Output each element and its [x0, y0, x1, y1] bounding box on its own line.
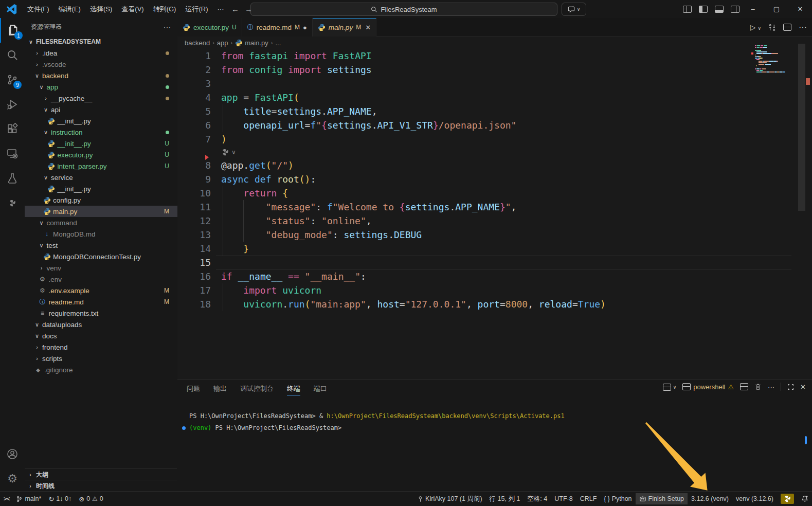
terminal-tab-powershell[interactable]: powershell ⚠	[682, 383, 734, 391]
tree-item-scripts[interactable]: ›scripts	[25, 353, 177, 364]
panel-tab-调试控制台[interactable]: 调试控制台	[240, 380, 274, 398]
activity-account-icon[interactable]	[0, 442, 25, 466]
code-line-7[interactable]: 7)	[177, 132, 812, 146]
activity-source-control-icon[interactable]: 9	[0, 67, 25, 92]
code-line-2[interactable]: 2from config import settings	[177, 63, 812, 77]
close-button[interactable]: ✕	[788, 0, 812, 18]
status-indentation[interactable]: 空格: 4	[524, 493, 551, 504]
activity-search-icon[interactable]	[0, 43, 25, 67]
code-line-5[interactable]: 5 title=settings.APP_NAME,	[177, 104, 812, 118]
menu-r[interactable]: 运行(R)	[181, 0, 212, 18]
split-editor-icon[interactable]	[783, 24, 791, 31]
toggle-primary-sidebar-icon[interactable]	[699, 6, 708, 13]
toggle-panel-icon[interactable]	[715, 6, 724, 13]
status-cursor-position[interactable]: 行 15, 列 1	[486, 493, 524, 504]
tree-item-.idea[interactable]: ›.idea	[25, 47, 177, 59]
code-line-12[interactable]: 12 "status": "online",	[177, 214, 812, 228]
status-python-env[interactable]: venv (3.12.6)	[732, 493, 777, 504]
code-line-13[interactable]: 13 "debug_mode": settings.DEBUG	[177, 228, 812, 242]
tree-item-app[interactable]: ∨app	[25, 81, 177, 93]
tree-item-.env[interactable]: ⚙.env	[25, 274, 177, 285]
workspace-section-header[interactable]: ∨ FILESREADSYSTEAM	[25, 36, 177, 47]
status-git-branch[interactable]: main*	[12, 493, 45, 504]
kill-terminal-icon[interactable]	[754, 383, 762, 390]
tree-item-service[interactable]: ∨service	[25, 172, 177, 183]
tree-item-__pycache__[interactable]: ›__pycache__	[25, 93, 177, 104]
maximize-button[interactable]: ▢	[765, 0, 788, 18]
panel-more-actions[interactable]: ···	[768, 383, 774, 391]
status-notifications[interactable]	[798, 493, 812, 504]
editor-more-actions[interactable]: ···	[799, 23, 807, 32]
breadcrumb-item[interactable]: ...	[275, 39, 281, 47]
toggle-secondary-sidebar-icon[interactable]	[731, 6, 739, 13]
activity-roo-code-icon[interactable]	[0, 191, 25, 215]
code-line-9[interactable]: 9async def root():	[177, 172, 812, 186]
code-line-8[interactable]: 8@app.get("/")	[177, 158, 812, 172]
menu-more-button[interactable]: ···	[212, 5, 228, 13]
tree-item-data-uploads[interactable]: ∨data\uploads	[25, 319, 177, 330]
activity-testing-icon[interactable]	[0, 166, 25, 191]
status-eol[interactable]: CRLF	[576, 493, 601, 504]
menu-s[interactable]: 选择(S)	[85, 0, 117, 18]
code-line-14[interactable]: 14 }	[177, 242, 812, 256]
copilot-button[interactable]: ∨	[562, 3, 586, 16]
status-language[interactable]: { }Python	[600, 493, 635, 504]
tree-item-main.py[interactable]: main.pyM	[25, 206, 177, 217]
editor-scrollbar[interactable]	[798, 44, 805, 211]
breadcrumb-item[interactable]: main.py	[235, 39, 268, 47]
close-tab-icon[interactable]: ✕	[365, 24, 371, 31]
tab-main.py[interactable]: main.pyM✕	[313, 18, 376, 37]
new-terminal-button[interactable]: ∨	[663, 383, 676, 391]
tree-item-.vscode[interactable]: ›.vscode	[25, 59, 177, 70]
status-problems[interactable]: ⊗0⚠0	[75, 493, 107, 504]
code-editor[interactable]: 1from fastapi import FastAPI2from config…	[177, 49, 812, 379]
tree-item-__init__.py[interactable]: __init__.pyU	[25, 138, 177, 149]
tab-readme.md[interactable]: ⓘreadme.mdM●	[242, 18, 313, 37]
code-line-17[interactable]: 17 import uvicorn	[177, 283, 812, 297]
code-line-3[interactable]: 3	[177, 77, 812, 91]
run-python-button[interactable]: ▷ ∨	[750, 23, 761, 31]
code-line-1[interactable]: 1from fastapi import FastAPI	[177, 49, 812, 63]
code-line-4[interactable]: 4app = FastAPI(	[177, 91, 812, 104]
menu-e[interactable]: 编辑(E)	[54, 0, 85, 18]
status-remote[interactable]: ><	[0, 493, 12, 504]
nav-back-button[interactable]: ←	[228, 5, 242, 13]
panel-tab-问题[interactable]: 问题	[187, 380, 200, 398]
tree-item-requirements.txt[interactable]: ≡requirements.txt	[25, 308, 177, 319]
menu-g[interactable]: 转到(G)	[149, 0, 181, 18]
panel-tab-端口[interactable]: 端口	[314, 380, 327, 398]
activity-settings-icon[interactable]: ⚙	[0, 466, 25, 491]
inline-ai-widget[interactable]: ∨	[177, 146, 812, 158]
customize-layout-icon[interactable]	[683, 6, 692, 13]
tree-item-venv[interactable]: ›venv	[25, 262, 177, 274]
tree-item-test[interactable]: ∨test	[25, 240, 177, 251]
status-python-interpreter[interactable]: 3.12.6 (venv)	[688, 493, 732, 504]
tree-item-MongoDBConnectionTest.py[interactable]: MongoDBConnectionTest.py	[25, 251, 177, 262]
maximize-panel-icon[interactable]	[787, 384, 794, 390]
tree-item-command[interactable]: ∨command	[25, 217, 177, 228]
status-blame[interactable]: KiriAky 107 (1 周前)	[414, 493, 485, 504]
tree-item-instruction[interactable]: ∨instruction	[25, 127, 177, 138]
close-panel-icon[interactable]: ✕	[800, 383, 806, 391]
tree-item-api[interactable]: ∨api	[25, 104, 177, 115]
command-center-search[interactable]: FilesReadSysteam	[250, 3, 557, 16]
outline-section[interactable]: ›大纲	[25, 468, 177, 480]
open-changes-icon[interactable]	[768, 24, 776, 31]
breadcrumb-item[interactable]: app	[217, 39, 228, 47]
activity-extensions-icon[interactable]	[0, 117, 25, 141]
command-decoration-dot[interactable]	[182, 426, 186, 430]
tree-item-.gitignore[interactable]: ◆.gitignore	[25, 364, 177, 375]
tree-item-.env.example[interactable]: ⚙.env.exampleM	[25, 285, 177, 296]
tree-item-backend[interactable]: ∨backend	[25, 70, 177, 81]
roo-inline-icon[interactable]	[221, 148, 229, 156]
activity-explorer-icon[interactable]: 1	[0, 18, 26, 43]
status-encoding[interactable]: UTF-8	[551, 493, 576, 504]
tree-item-intent_parser.py[interactable]: intent_parser.pyU	[25, 160, 177, 172]
status-git-sync[interactable]: ↻1↓ 0↑	[45, 493, 75, 504]
code-line-18[interactable]: 18 uvicorn.run("main:app", host="127.0.0…	[177, 297, 812, 311]
minimap[interactable]	[755, 45, 795, 73]
split-terminal-icon[interactable]	[740, 383, 748, 390]
code-line-6[interactable]: 6 openapi_url=f"{settings.API_V1_STR}/op…	[177, 118, 812, 132]
explorer-more-actions[interactable]: ···	[164, 24, 171, 31]
tree-item-executor.py[interactable]: executor.pyU	[25, 149, 177, 160]
